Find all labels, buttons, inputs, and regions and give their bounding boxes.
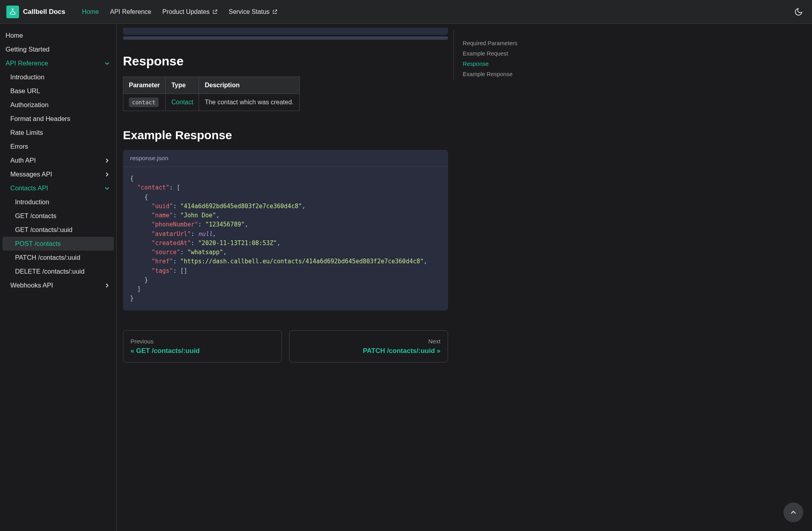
sidebar-item-errors[interactable]: Errors xyxy=(0,140,116,153)
sidebar-item-introduction[interactable]: Introduction xyxy=(0,70,116,84)
pager-previous[interactable]: Previous « GET /contacts/:uuid xyxy=(123,330,282,362)
sidebar-item-getting-started[interactable]: Getting Started xyxy=(0,42,116,56)
pager-title: PATCH /contacts/:uuid » xyxy=(297,347,440,355)
pager-sub-label: Next xyxy=(297,338,440,345)
chevron-right-icon xyxy=(103,171,111,178)
sidebar-item-post-contacts[interactable]: POST /contacts xyxy=(2,237,114,251)
sidebar-item-label: API Reference xyxy=(6,59,48,67)
sidebar-item-rate-limits[interactable]: Rate Limits xyxy=(0,126,116,140)
sidebar-item-contacts-api[interactable]: Contacts API xyxy=(0,181,116,195)
toc-required-parameters[interactable]: Required Parameters xyxy=(463,38,549,48)
nav-product-updates[interactable]: Product Updates xyxy=(157,6,223,18)
chevron-down-icon xyxy=(103,60,111,67)
main-content: Response Parameter Type Description cont… xyxy=(123,24,448,531)
param-name: contact xyxy=(129,98,159,107)
sidebar: Home Getting Started API Reference Intro… xyxy=(0,24,117,531)
nav-api-reference[interactable]: API Reference xyxy=(104,6,157,18)
sidebar-item-patch-contact[interactable]: PATCH /contacts/:uuid xyxy=(0,251,116,265)
sidebar-item-label: Auth API xyxy=(10,157,36,164)
sidebar-item-messages-api[interactable]: Messages API xyxy=(0,167,116,181)
sidebar-item-webhooks-api[interactable]: Webhooks API xyxy=(0,278,116,292)
external-link-icon xyxy=(272,9,278,15)
sidebar-item-auth-api[interactable]: Auth API xyxy=(0,153,116,167)
response-table: Parameter Type Description contact Conta… xyxy=(123,77,300,111)
sidebar-item-format[interactable]: Format and Headers xyxy=(0,112,116,126)
sidebar-item-api-reference[interactable]: API Reference xyxy=(0,56,116,70)
scroll-to-top-button[interactable] xyxy=(783,502,803,522)
sidebar-item-delete-contact[interactable]: DELETE /contacts/:uuid xyxy=(0,265,116,278)
toc-example-response[interactable]: Example Response xyxy=(463,69,549,79)
chevron-right-icon xyxy=(103,282,111,289)
sidebar-item-home[interactable]: Home xyxy=(0,29,116,42)
toc-response[interactable]: Response xyxy=(463,59,549,69)
sidebar-item-authorization[interactable]: Authorization xyxy=(0,98,116,112)
brand-logo[interactable] xyxy=(6,6,19,18)
pagination: Previous « GET /contacts/:uuid Next PATC… xyxy=(123,330,448,362)
code-body: { "contact": [ { "uuid": "414a6d692bd645… xyxy=(123,167,448,311)
table-of-contents: Required Parameters Example Request Resp… xyxy=(454,30,549,79)
heading-example-response: Example Response xyxy=(123,128,448,142)
heading-response: Response xyxy=(123,54,448,69)
toc-example-request[interactable]: Example Request xyxy=(463,48,549,59)
th-parameter: Parameter xyxy=(123,77,166,94)
sidebar-item-base-url[interactable]: Base URL xyxy=(0,84,116,98)
sidebar-item-get-contacts[interactable]: GET /contacts xyxy=(0,209,116,223)
chevron-right-icon xyxy=(103,157,111,164)
th-description: Description xyxy=(199,77,299,94)
horizontal-scrollbar[interactable] xyxy=(123,36,448,40)
sidebar-item-contacts-intro[interactable]: Introduction xyxy=(0,195,116,209)
moon-icon xyxy=(794,8,803,16)
nav-home[interactable]: Home xyxy=(77,6,105,18)
param-type-link[interactable]: Contact xyxy=(171,99,193,105)
theme-toggle-button[interactable] xyxy=(791,5,806,19)
sidebar-item-label: Messages API xyxy=(10,171,52,178)
th-type: Type xyxy=(166,77,199,94)
nav-service-status-label: Service Status xyxy=(229,8,270,15)
pager-sub-label: Previous xyxy=(130,338,274,345)
sidebar-item-get-contact[interactable]: GET /contacts/:uuid xyxy=(0,223,116,237)
code-block: response.json { "contact": [ { "uuid": "… xyxy=(123,150,448,311)
sidebar-item-label: Webhooks API xyxy=(10,282,53,289)
previous-code-block-tail xyxy=(123,28,448,35)
svg-point-0 xyxy=(12,9,13,10)
table-row: contact Contact The contact which was cr… xyxy=(123,94,300,111)
external-link-icon xyxy=(212,9,218,15)
top-navbar: Callbell Docs Home API Reference Product… xyxy=(0,0,812,24)
nav-product-updates-label: Product Updates xyxy=(163,8,210,15)
brand-title[interactable]: Callbell Docs xyxy=(23,8,65,16)
pager-title: « GET /contacts/:uuid xyxy=(130,347,274,355)
param-description: The contact which was created. xyxy=(199,94,299,111)
sidebar-item-label: Contacts API xyxy=(10,184,48,192)
nav-service-status[interactable]: Service Status xyxy=(223,6,283,18)
pager-next[interactable]: Next PATCH /contacts/:uuid » xyxy=(289,330,448,362)
chevron-up-icon xyxy=(789,508,798,517)
chevron-down-icon xyxy=(103,185,111,192)
code-filename: response.json xyxy=(123,150,448,167)
